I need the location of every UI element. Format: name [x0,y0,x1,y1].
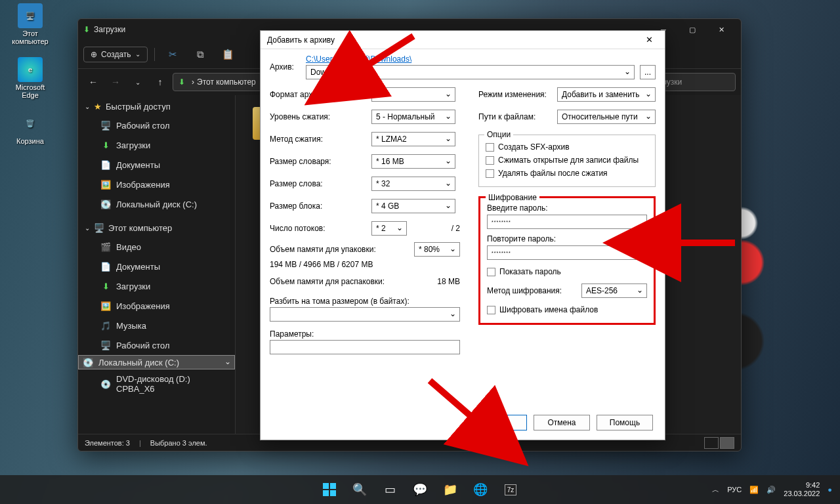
dict-select[interactable]: * 16 MB [371,154,455,169]
sidebar-item-music[interactable]: 🎵Музыка [78,316,235,335]
checkbox-icon [486,169,494,178]
threads-label: Число потоков: [270,224,371,233]
dialog-titlebar[interactable]: Добавить к архиву ✕ [261,31,665,49]
options-group: Опции Создать SFX-архив Сжимать открытые… [478,135,656,187]
threads-select[interactable]: * 2 [371,221,407,236]
history-button[interactable]: ⌄ [128,73,148,91]
disk-icon: 💽 [100,199,111,209]
document-icon: 📄 [100,261,111,272]
cancel-button[interactable]: Отмена [534,415,590,430]
search-button[interactable]: 🔍 [346,476,373,503]
desktop-icons: 🖥️ Этот компьютер e Microsoft Edge 🗑️ Ко… [5,3,58,157]
sidebar-quick-access[interactable]: ⌄★Быстрый доступ [78,98,235,116]
download-icon: ⬇ [100,140,111,150]
close-button[interactable]: ✕ [707,19,736,40]
maximize-button[interactable]: ▢ [678,19,707,40]
show-password-checkbox[interactable]: Показать пароль [487,265,647,278]
enc-method-select[interactable]: AES-256 [581,284,647,298]
picture-icon: 🖼️ [100,179,111,190]
paste-button[interactable]: 📋 [217,45,240,64]
threads-max: / 2 [452,224,460,233]
start-button[interactable] [316,476,343,503]
mem-unpack-label: Объем памяти для распаковки: [270,277,437,286]
up-button[interactable]: ↑ [150,73,170,91]
sidebar-item-documents[interactable]: 📄Документы [78,155,235,175]
sidebar-item-videos[interactable]: 🎬Видео [78,237,235,257]
video-icon: 🎬 [100,242,111,252]
copy-button[interactable]: ⧉ [189,45,213,64]
word-select[interactable]: * 32 [371,177,455,191]
view-details-button[interactable] [704,437,719,449]
notification-icon[interactable]: ● [828,486,832,494]
recycle-bin-icon: 🗑️ [18,111,43,136]
desktop-icon: 🖥️ [100,340,111,350]
edge-button[interactable]: 🌐 [467,476,494,503]
ok-button[interactable]: OK [471,415,527,430]
address-path[interactable]: ⬇›Этот компьютер [173,73,262,91]
cut-button[interactable]: ✂ [161,45,185,64]
password-label: Введите пароль: [487,203,647,213]
split-select[interactable] [270,307,460,322]
paths-select[interactable]: Относительные пути [557,110,656,124]
taskview-button[interactable]: ▭ [377,476,403,503]
tray-expand-button[interactable]: ︿ [712,485,719,495]
browse-button[interactable]: ... [640,65,656,79]
view-icons-button[interactable] [720,437,734,449]
download-icon: ⬇ [100,281,111,291]
dialog-close-button[interactable]: ✕ [640,33,658,47]
password-confirm-input[interactable]: ******** [487,245,647,260]
explorer-button[interactable]: 📁 [437,476,463,503]
password-input[interactable]: ******** [487,215,647,229]
desktop-icon-edge[interactable]: e Microsoft Edge [5,57,55,99]
chat-button[interactable]: 💬 [407,476,433,503]
level-select[interactable]: 5 - Нормальный [371,110,455,124]
network-icon[interactable]: 📶 [749,486,759,494]
forward-button[interactable]: → [106,73,125,91]
checkbox-icon [487,268,495,276]
sidebar-item-local-disk[interactable]: ›💽Локальный диск (C:) [78,355,235,369]
sidebar-item-local-disk[interactable]: 💽Локальный диск (C:) [78,194,235,214]
plus-icon: ⊕ [91,50,97,59]
method-select[interactable]: * LZMA2 [371,132,455,146]
format-select[interactable]: 7z [371,87,455,102]
sidebar-item-documents[interactable]: 📄Документы [78,257,235,276]
block-select[interactable]: * 4 GB [371,199,455,213]
monitor-icon: 🖥️ [18,3,43,28]
volume-icon[interactable]: 🔊 [766,486,776,494]
update-select[interactable]: Добавить и заменить [557,87,656,102]
chevron-down-icon: ⌄ [135,51,140,58]
7zip-button[interactable]: 7z [497,476,524,503]
desktop-icon-this-pc[interactable]: 🖥️ Этот компьютер [5,3,55,45]
option-sfx-checkbox[interactable]: Создать SFX-архив [486,140,648,154]
folder-icon: 📁 [443,482,457,497]
option-delete-checkbox[interactable]: Удалять файлы после сжатия [486,167,648,180]
sidebar-item-desktop[interactable]: 🖥️Рабочий стол [78,335,235,355]
sidebar-item-desktop[interactable]: 🖥️Рабочий стол [78,116,235,135]
method-label: Метод сжатия: [270,135,371,144]
params-input[interactable] [270,340,460,354]
sidebar-item-dvd[interactable]: 💿DVD-дисковод (D:) CPBA_X6 [78,369,235,398]
help-button[interactable]: Помощь [597,415,653,430]
mem-unpack-value: 18 MB [437,277,460,286]
options-group-label: Опции [484,130,513,139]
sidebar-item-pictures[interactable]: 🖼️Изображения [78,296,235,316]
sidebar-item-pictures[interactable]: 🖼️Изображения [78,175,235,194]
desktop-icon-recycle[interactable]: 🗑️ Корзина [5,111,55,145]
encrypt-names-checkbox[interactable]: Шифровать имена файлов [487,303,647,316]
new-button[interactable]: ⊕Создать⌄ [83,47,148,62]
status-item-count: Элементов: 3 [85,439,130,447]
checkbox-icon [487,306,495,314]
sidebar-item-downloads[interactable]: ⬇Загрузки [78,276,235,296]
monitor-icon: 🖥️ [94,223,104,233]
clipboard-icon: 📋 [222,49,234,60]
mem-pack-select[interactable]: * 80% [414,242,460,257]
sidebar-this-pc[interactable]: ⌄🖥️Этот компьютер [78,219,235,237]
clock[interactable]: 9:42 23.03.2022 [784,481,820,497]
language-indicator[interactable]: РУС [727,486,742,494]
archive-name-input[interactable]: Downloads.7z [306,65,635,79]
back-button[interactable]: ← [83,73,103,91]
option-shared-checkbox[interactable]: Сжимать открытые для записи файлы [486,154,648,167]
taskview-icon: ▭ [385,482,396,497]
sidebar-item-downloads[interactable]: ⬇Загрузки [78,135,235,155]
block-label: Размер блока: [270,201,371,211]
